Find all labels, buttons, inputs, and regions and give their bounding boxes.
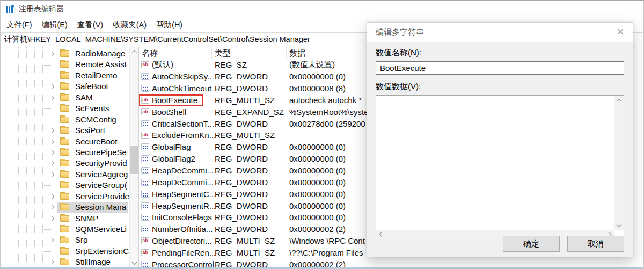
chevron-right-icon[interactable] [50, 96, 54, 99]
menu-item[interactable]: 查看(V) [72, 17, 108, 32]
folder-icon [60, 182, 69, 188]
cancel-button[interactable]: 取消 [567, 236, 624, 252]
value-name: GlobalFlag2 [152, 154, 195, 163]
folder-icon [60, 127, 69, 134]
value-type: REG_DWORD [212, 201, 287, 210]
tree-item[interactable]: SecureBoot [1, 136, 129, 147]
scroll-left-icon[interactable] [376, 230, 385, 239]
folder-icon [60, 139, 69, 145]
value-name-cell: InitConsoleFlags [139, 213, 212, 222]
tree-connector [42, 65, 57, 66]
tree-item[interactable]: ServiceProvide [1, 191, 129, 202]
tree-item[interactable]: Remote Assist [1, 59, 129, 70]
tree-item[interactable]: Srp [1, 235, 129, 245]
chevron-right-icon[interactable] [50, 172, 54, 176]
chevron-right-icon[interactable] [50, 205, 54, 209]
scroll-down-icon[interactable] [130, 258, 139, 267]
value-type: REG_DWORD [212, 119, 287, 128]
value-name-cell: HeapDeCommi... [139, 178, 212, 187]
value-type: REG_DWORD [212, 213, 287, 222]
chevron-right-icon[interactable] [50, 128, 54, 132]
value-type: REG_DWORD [212, 224, 287, 234]
value-type: REG_DWORD [212, 142, 287, 151]
chevron-right-icon[interactable] [50, 238, 54, 242]
tree-item[interactable]: ServiceAggreg [1, 169, 129, 180]
tree-item[interactable]: SQMServiceLi [1, 224, 129, 235]
value-name: HeapSegmentR... [152, 201, 216, 210]
tree-item[interactable]: StillImage [1, 257, 129, 267]
chevron-right-icon[interactable] [50, 260, 54, 264]
folder-icon [60, 226, 69, 232]
value-name-cell: GlobalFlag [139, 142, 212, 151]
dialog-title: 编辑多字符串 [376, 27, 424, 38]
value-data-text[interactable] [378, 97, 613, 228]
dialog-title-bar: 编辑多字符串 ✕ [367, 23, 633, 42]
value-data-textarea[interactable] [376, 95, 624, 239]
close-icon[interactable]: ✕ [612, 26, 628, 39]
tree-item[interactable]: SafeBoot [1, 81, 129, 92]
chevron-right-icon[interactable] [50, 216, 54, 220]
chevron-right-icon[interactable] [50, 150, 54, 154]
chevron-right-icon[interactable] [50, 84, 54, 88]
registry-editor-app-icon [6, 5, 14, 13]
edit-multi-string-dialog: 编辑多字符串 ✕ 数值名称(N): BootExecute 数值数据(V): 确… [367, 22, 633, 257]
scroll-down-icon[interactable] [614, 221, 624, 230]
string-value-icon: ab [141, 237, 149, 244]
column-header-type[interactable]: 类型 [212, 47, 287, 59]
tree-scrollbar[interactable] [129, 47, 138, 267]
string-value-icon: ab [141, 132, 149, 139]
tree-item[interactable]: SNMP [1, 213, 129, 224]
tree-item-label: SafeBoot [75, 81, 108, 92]
value-type: REG_DWORD [212, 84, 287, 93]
chevron-right-icon[interactable] [50, 194, 54, 198]
scroll-up-icon[interactable] [614, 96, 624, 105]
tree-item-label: ServiceGroup( [75, 180, 127, 191]
tree-item[interactable]: SecurityProvid [1, 158, 129, 169]
tree-item[interactable]: ScsiPort [1, 125, 129, 136]
tree-item[interactable]: ServiceGroup( [1, 180, 129, 191]
textarea-vertical-scrollbar[interactable] [614, 96, 624, 230]
value-name-cell: ProcessorControl [139, 260, 212, 267]
tree-item-label: Remote Assist [75, 59, 127, 70]
tree-item[interactable]: ScEvents [1, 103, 129, 114]
tree-item-label: SecureBoot [75, 136, 117, 147]
tree-item[interactable]: RetailDemo [1, 70, 129, 81]
value-type: REG_MULTI_SZ [212, 130, 287, 140]
folder-icon [60, 193, 69, 200]
tree-item[interactable]: SCMConfig [1, 114, 129, 125]
tree-item-label: SQMServiceLi [75, 224, 127, 235]
chevron-right-icon[interactable] [50, 52, 54, 55]
tree-item[interactable]: Session Mana [1, 202, 129, 213]
value-name-cell: AutoChkSkipSy... [139, 72, 212, 81]
dword-value-icon [141, 73, 149, 80]
chevron-right-icon[interactable] [50, 161, 54, 165]
tree-item[interactable]: SAM [1, 92, 129, 103]
menu-item[interactable]: 文件(F) [2, 17, 37, 32]
value-type: REG_MULTI_SZ [212, 96, 287, 105]
registry-tree-panel: RadioManage Remote Assist RetailDemo Saf… [1, 47, 139, 267]
value-name-cell: AutoChkTimeout [139, 84, 212, 93]
value-name-input[interactable]: BootExecute [376, 61, 624, 75]
tree-item-label: Session Mana [75, 202, 126, 213]
value-name-cell: ab BootExecute [139, 96, 212, 105]
value-name-cell: GlobalFlag2 [139, 154, 212, 163]
ok-button[interactable]: 确定 [503, 236, 560, 252]
menu-item[interactable]: 收藏夹(A) [108, 17, 151, 32]
string-value-icon: ab [141, 108, 149, 115]
chevron-right-icon[interactable] [50, 140, 54, 143]
tree-connector [42, 251, 57, 252]
tree-item[interactable]: RadioManage [1, 48, 129, 59]
column-header-name[interactable]: 名称 [139, 47, 212, 59]
menu-item[interactable]: 编辑(E) [37, 17, 72, 32]
scroll-up-icon[interactable] [130, 47, 139, 56]
window-title: 注册表编辑器 [19, 4, 64, 14]
value-name-cell: ab PendingFileRen... [139, 248, 212, 257]
dword-value-icon [141, 191, 149, 198]
tree-item-label: ScEvents [75, 103, 109, 114]
value-data-label: 数值数据(V): [376, 82, 624, 92]
tree-item[interactable]: SecurePipeSe [1, 147, 129, 158]
scrollbar-thumb[interactable] [130, 146, 138, 174]
menu-item[interactable]: 帮助(H) [151, 17, 187, 32]
registry-value-row[interactable]: ProcessorControl REG_DWORD 0x00000002 (2… [139, 258, 643, 267]
tree-item[interactable]: SrpExtensionC [1, 246, 129, 257]
